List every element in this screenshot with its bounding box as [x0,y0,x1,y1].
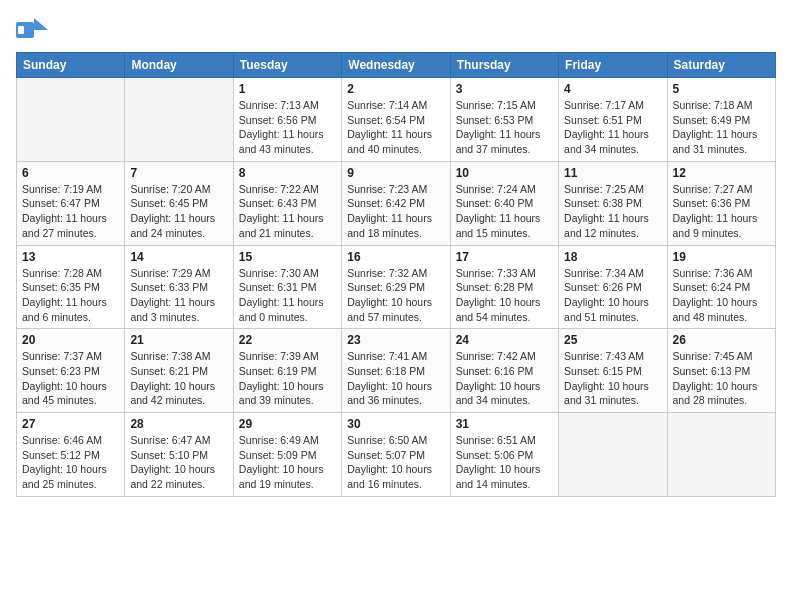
day-info: Sunrise: 7:32 AM Sunset: 6:29 PM Dayligh… [347,266,444,325]
day-number: 16 [347,250,444,264]
day-number: 15 [239,250,336,264]
calendar-cell [17,78,125,162]
weekday-friday: Friday [559,53,667,78]
weekday-sunday: Sunday [17,53,125,78]
calendar-cell: 29Sunrise: 6:49 AM Sunset: 5:09 PM Dayli… [233,413,341,497]
day-info: Sunrise: 7:37 AM Sunset: 6:23 PM Dayligh… [22,349,119,408]
calendar-cell: 4Sunrise: 7:17 AM Sunset: 6:51 PM Daylig… [559,78,667,162]
calendar-cell [559,413,667,497]
day-number: 13 [22,250,119,264]
svg-rect-2 [18,26,24,34]
calendar-cell: 9Sunrise: 7:23 AM Sunset: 6:42 PM Daylig… [342,161,450,245]
day-info: Sunrise: 7:33 AM Sunset: 6:28 PM Dayligh… [456,266,553,325]
day-number: 4 [564,82,661,96]
week-row-1: 6Sunrise: 7:19 AM Sunset: 6:47 PM Daylig… [17,161,776,245]
calendar-cell [667,413,775,497]
day-info: Sunrise: 7:34 AM Sunset: 6:26 PM Dayligh… [564,266,661,325]
day-info: Sunrise: 7:41 AM Sunset: 6:18 PM Dayligh… [347,349,444,408]
calendar-cell: 8Sunrise: 7:22 AM Sunset: 6:43 PM Daylig… [233,161,341,245]
calendar-cell: 19Sunrise: 7:36 AM Sunset: 6:24 PM Dayli… [667,245,775,329]
calendar-cell: 11Sunrise: 7:25 AM Sunset: 6:38 PM Dayli… [559,161,667,245]
day-info: Sunrise: 6:47 AM Sunset: 5:10 PM Dayligh… [130,433,227,492]
day-number: 28 [130,417,227,431]
day-number: 6 [22,166,119,180]
day-info: Sunrise: 7:24 AM Sunset: 6:40 PM Dayligh… [456,182,553,241]
day-info: Sunrise: 7:13 AM Sunset: 6:56 PM Dayligh… [239,98,336,157]
week-row-0: 1Sunrise: 7:13 AM Sunset: 6:56 PM Daylig… [17,78,776,162]
day-number: 31 [456,417,553,431]
calendar-cell: 1Sunrise: 7:13 AM Sunset: 6:56 PM Daylig… [233,78,341,162]
weekday-saturday: Saturday [667,53,775,78]
day-number: 25 [564,333,661,347]
calendar-cell [125,78,233,162]
svg-marker-1 [34,18,48,30]
day-number: 21 [130,333,227,347]
day-number: 8 [239,166,336,180]
day-number: 18 [564,250,661,264]
day-number: 1 [239,82,336,96]
day-number: 24 [456,333,553,347]
day-info: Sunrise: 6:49 AM Sunset: 5:09 PM Dayligh… [239,433,336,492]
calendar-cell: 14Sunrise: 7:29 AM Sunset: 6:33 PM Dayli… [125,245,233,329]
calendar-cell: 20Sunrise: 7:37 AM Sunset: 6:23 PM Dayli… [17,329,125,413]
day-number: 3 [456,82,553,96]
calendar-cell: 12Sunrise: 7:27 AM Sunset: 6:36 PM Dayli… [667,161,775,245]
day-info: Sunrise: 7:43 AM Sunset: 6:15 PM Dayligh… [564,349,661,408]
page-header [16,16,776,44]
calendar-cell: 28Sunrise: 6:47 AM Sunset: 5:10 PM Dayli… [125,413,233,497]
day-info: Sunrise: 7:14 AM Sunset: 6:54 PM Dayligh… [347,98,444,157]
day-number: 12 [673,166,770,180]
day-info: Sunrise: 7:15 AM Sunset: 6:53 PM Dayligh… [456,98,553,157]
day-info: Sunrise: 7:42 AM Sunset: 6:16 PM Dayligh… [456,349,553,408]
calendar-cell: 6Sunrise: 7:19 AM Sunset: 6:47 PM Daylig… [17,161,125,245]
weekday-header-row: SundayMondayTuesdayWednesdayThursdayFrid… [17,53,776,78]
calendar: SundayMondayTuesdayWednesdayThursdayFrid… [16,52,776,497]
day-info: Sunrise: 7:18 AM Sunset: 6:49 PM Dayligh… [673,98,770,157]
calendar-cell: 24Sunrise: 7:42 AM Sunset: 6:16 PM Dayli… [450,329,558,413]
logo [16,16,52,44]
calendar-cell: 13Sunrise: 7:28 AM Sunset: 6:35 PM Dayli… [17,245,125,329]
calendar-cell: 23Sunrise: 7:41 AM Sunset: 6:18 PM Dayli… [342,329,450,413]
weekday-tuesday: Tuesday [233,53,341,78]
week-row-3: 20Sunrise: 7:37 AM Sunset: 6:23 PM Dayli… [17,329,776,413]
logo-icon [16,16,48,44]
day-number: 23 [347,333,444,347]
day-number: 22 [239,333,336,347]
day-number: 5 [673,82,770,96]
day-info: Sunrise: 7:22 AM Sunset: 6:43 PM Dayligh… [239,182,336,241]
calendar-cell: 18Sunrise: 7:34 AM Sunset: 6:26 PM Dayli… [559,245,667,329]
day-info: Sunrise: 7:20 AM Sunset: 6:45 PM Dayligh… [130,182,227,241]
day-number: 9 [347,166,444,180]
day-info: Sunrise: 7:38 AM Sunset: 6:21 PM Dayligh… [130,349,227,408]
day-info: Sunrise: 6:51 AM Sunset: 5:06 PM Dayligh… [456,433,553,492]
calendar-cell: 15Sunrise: 7:30 AM Sunset: 6:31 PM Dayli… [233,245,341,329]
day-info: Sunrise: 7:45 AM Sunset: 6:13 PM Dayligh… [673,349,770,408]
week-row-2: 13Sunrise: 7:28 AM Sunset: 6:35 PM Dayli… [17,245,776,329]
calendar-cell: 30Sunrise: 6:50 AM Sunset: 5:07 PM Dayli… [342,413,450,497]
day-info: Sunrise: 6:50 AM Sunset: 5:07 PM Dayligh… [347,433,444,492]
day-number: 2 [347,82,444,96]
day-number: 10 [456,166,553,180]
weekday-monday: Monday [125,53,233,78]
calendar-cell: 27Sunrise: 6:46 AM Sunset: 5:12 PM Dayli… [17,413,125,497]
day-number: 7 [130,166,227,180]
day-number: 27 [22,417,119,431]
day-info: Sunrise: 7:25 AM Sunset: 6:38 PM Dayligh… [564,182,661,241]
day-number: 20 [22,333,119,347]
day-number: 26 [673,333,770,347]
day-info: Sunrise: 6:46 AM Sunset: 5:12 PM Dayligh… [22,433,119,492]
day-info: Sunrise: 7:28 AM Sunset: 6:35 PM Dayligh… [22,266,119,325]
calendar-cell: 16Sunrise: 7:32 AM Sunset: 6:29 PM Dayli… [342,245,450,329]
day-info: Sunrise: 7:23 AM Sunset: 6:42 PM Dayligh… [347,182,444,241]
calendar-cell: 31Sunrise: 6:51 AM Sunset: 5:06 PM Dayli… [450,413,558,497]
day-info: Sunrise: 7:17 AM Sunset: 6:51 PM Dayligh… [564,98,661,157]
day-number: 19 [673,250,770,264]
calendar-body: 1Sunrise: 7:13 AM Sunset: 6:56 PM Daylig… [17,78,776,497]
calendar-cell: 2Sunrise: 7:14 AM Sunset: 6:54 PM Daylig… [342,78,450,162]
week-row-4: 27Sunrise: 6:46 AM Sunset: 5:12 PM Dayli… [17,413,776,497]
day-number: 11 [564,166,661,180]
calendar-cell: 22Sunrise: 7:39 AM Sunset: 6:19 PM Dayli… [233,329,341,413]
calendar-cell: 25Sunrise: 7:43 AM Sunset: 6:15 PM Dayli… [559,329,667,413]
day-info: Sunrise: 7:30 AM Sunset: 6:31 PM Dayligh… [239,266,336,325]
day-info: Sunrise: 7:19 AM Sunset: 6:47 PM Dayligh… [22,182,119,241]
